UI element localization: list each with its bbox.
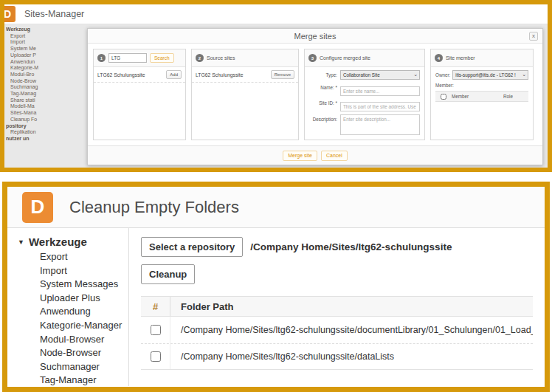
member-column-header: Member — [452, 94, 503, 99]
owner-select[interactable]: itis-support@itis.de - LTG62 ! ⌄ — [452, 70, 528, 80]
tools-sidebar: ▼ Werkzeuge ExportImportSystem MessagesU… — [7, 228, 129, 386]
step3-title: Configure merged site — [320, 55, 370, 61]
step3-number-badge: 3 — [308, 54, 317, 62]
hash-column-header: # — [141, 297, 170, 316]
top-sidebar-item[interactable]: Sites-Mana — [10, 110, 93, 117]
folders-table-header: # Folder Path — [141, 296, 533, 317]
top-sidebar-item[interactable]: Cleanup Fo — [10, 117, 93, 123]
site-name-input[interactable] — [340, 86, 420, 96]
top-sidebar-item[interactable]: Werkzeug — [6, 27, 93, 33]
sidebar-section-werkzeuge[interactable]: ▼ Werkzeuge — [18, 235, 128, 248]
cancel-button[interactable]: Cancel — [321, 151, 348, 161]
folders-table: # Folder Path /Company Home/Sites/ltg62-… — [141, 296, 533, 370]
top-sidebar-item[interactable]: Suchmanag — [10, 84, 93, 91]
top-sidebar-item[interactable]: System Me — [10, 46, 93, 52]
step4-number-badge: 4 — [435, 54, 443, 62]
sites-manager-window: D Sites-Manager WerkzeugExportImportSyst… — [0, 0, 552, 172]
sites-manager-content: WerkzeugExportImportSystem MeUploader PA… — [4, 24, 548, 168]
source-site-name: LTG62 Schulungssite — [196, 72, 243, 78]
owner-label: Owner: — [435, 72, 452, 78]
top-sidebar-item[interactable]: Kategorie-M — [10, 65, 93, 72]
sites-manager-header: D Sites-Manager — [4, 4, 548, 24]
configure-form: Type: Collaboration Site ⌄ Name: * — [305, 67, 424, 140]
row-checkbox[interactable] — [151, 351, 161, 362]
search-button[interactable]: Search — [150, 53, 174, 63]
site-search-input[interactable] — [108, 53, 147, 63]
add-button[interactable]: Add — [166, 70, 182, 79]
cleanup-body: ▼ Werkzeuge ExportImportSystem MessagesU… — [7, 228, 545, 386]
step2-number-badge: 2 — [196, 54, 204, 62]
app-logo-d-icon: D — [0, 6, 15, 22]
type-label: Type: — [309, 70, 340, 78]
top-sidebar-item[interactable]: Modell-Ma — [10, 103, 93, 110]
sidebar-item[interactable]: Kategorie-Manager — [40, 319, 128, 333]
select-all-members-checkbox[interactable] — [441, 94, 446, 100]
cleanup-main: Select a repository /Company Home/Sites/… — [129, 228, 545, 386]
top-sidebar-item[interactable]: Share stati — [10, 97, 93, 104]
merge-site-button[interactable]: Merge site — [283, 151, 317, 161]
dialog-footer: Merge site Cancel — [88, 145, 542, 165]
table-row: /Company Home/Sites/ltg62-schulungssite/… — [141, 317, 533, 343]
member-table-header: Member Role — [435, 91, 528, 102]
top-sidebar-item[interactable]: Tag-Manag — [10, 91, 93, 97]
member-label: Member: — [435, 83, 528, 88]
role-column-header: Role — [503, 94, 528, 99]
sidebar-item[interactable]: Uploader Plus — [40, 292, 128, 306]
type-select[interactable]: Collaboration Site ⌄ — [340, 70, 420, 80]
source-site-row: LTG62 Schulungssite Remove — [192, 67, 298, 83]
description-label: Description: — [309, 114, 340, 122]
table-row: /Company Home/Sites/ltg62-schulungssite/… — [141, 343, 533, 370]
step4-site-member-section: 4 Site member Owner: itis-support@itis.d… — [430, 49, 534, 140]
sidebar-items-list: ExportImportSystem MessagesUploader Plus… — [18, 250, 128, 386]
window-title: Sites-Manager — [24, 9, 84, 19]
collapse-triangle-icon: ▼ — [18, 238, 24, 246]
sidebar-item[interactable]: Export — [40, 250, 128, 264]
cleanup-button[interactable]: Cleanup — [141, 264, 195, 284]
site-member-body: Owner: itis-support@itis.de - LTG62 ! ⌄ … — [431, 67, 533, 105]
app-logo-d-icon: D — [22, 192, 53, 223]
top-sidebar-item[interactable]: Replikation — [10, 129, 93, 136]
repository-row: Select a repository /Company Home/Sites/… — [141, 237, 533, 257]
chevron-down-icon: ⌄ — [522, 72, 526, 78]
type-select-value: Collaboration Site — [343, 72, 380, 78]
cleanup-row: Cleanup — [141, 264, 533, 284]
top-sidebar-item[interactable]: Uploader P — [10, 52, 93, 59]
top-sidebar-item[interactable]: Anwendun — [10, 59, 93, 66]
select-repository-button[interactable]: Select a repository — [141, 237, 243, 257]
screenshot-stage: D Sites-Manager WerkzeugExportImportSyst… — [0, 0, 552, 392]
owner-select-value: itis-support@itis.de - LTG62 ! — [455, 72, 516, 78]
site-id-input[interactable] — [340, 102, 420, 111]
folder-path-cell: /Company Home/Sites/ltg62-schulungssite/… — [170, 325, 533, 335]
remove-button[interactable]: Remove — [271, 70, 294, 79]
top-sidebar-list: WerkzeugExportImportSystem MeUploader PA… — [6, 27, 93, 142]
step4-title: Site member — [446, 55, 475, 61]
close-icon[interactable]: x — [529, 32, 538, 41]
sidebar-item[interactable]: Node-Browser — [40, 346, 128, 360]
sidebar-item[interactable]: Anwendung — [40, 305, 128, 319]
sidebar-item[interactable]: Modul-Browser — [40, 333, 128, 347]
top-sidebar-item[interactable]: Export — [10, 33, 93, 40]
sidebar-item[interactable]: Tag-Manager — [40, 374, 128, 386]
name-label: Name: * — [309, 83, 340, 90]
dialog-title: Merge sites — [294, 32, 337, 41]
description-textarea[interactable] — [340, 114, 420, 135]
top-sidebar-item[interactable]: nutzer un — [6, 136, 93, 142]
top-sidebar-item[interactable]: Modul-Bro — [10, 72, 93, 78]
step2-source-sites-section: 2 Source sites LTG62 Schulungssite Remov… — [191, 49, 299, 140]
step1-header: 1 Search — [94, 49, 185, 67]
folder-path-column-header: Folder Path — [170, 301, 533, 312]
sidebar-item[interactable]: Import — [40, 264, 128, 278]
top-sidebar-item[interactable]: pository — [6, 123, 93, 130]
cleanup-empty-folders-window: D Cleanup Empty Folders ▼ Werkzeuge Expo… — [2, 182, 550, 392]
site-id-label: Site ID: * — [309, 98, 340, 106]
sidebar-item[interactable]: Suchmanager — [40, 360, 128, 374]
step3-configure-section: 3 Configure merged site Type: Collaborat… — [304, 49, 425, 140]
merge-sites-dialog: Merge sites x 1 Search LTG62 Schulungssi… — [87, 28, 543, 165]
dialog-body: 1 Search LTG62 Schulungssite Add 2 — [88, 44, 542, 145]
row-checkbox[interactable] — [151, 325, 161, 335]
search-result-name: LTG62 Schulungssite — [97, 72, 145, 78]
sidebar-item[interactable]: System Messages — [40, 278, 128, 292]
cleanup-header: D Cleanup Empty Folders — [7, 187, 545, 228]
top-sidebar-item[interactable]: Import — [10, 39, 93, 46]
top-sidebar-item[interactable]: Node-Brow — [10, 78, 93, 85]
